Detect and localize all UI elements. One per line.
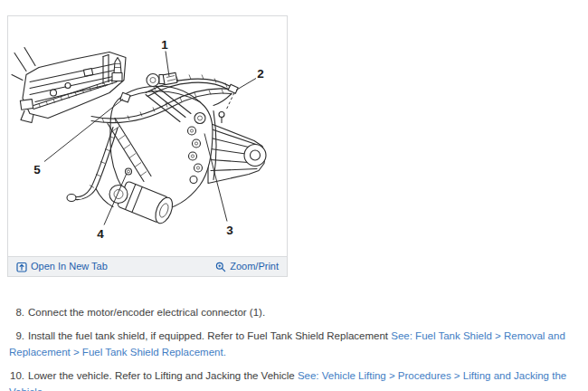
figure-viewer: 1 2 3 4 5 Open In New Tab: [7, 15, 288, 277]
step-item-8: 8.Connect the motor/encoder electrical c…: [9, 304, 581, 320]
transfer-case-diagram: 1 2 3 4 5: [8, 16, 287, 256]
step-number: 9.: [9, 328, 24, 344]
callout-label-2: 2: [257, 67, 264, 81]
output-cone-art: [208, 112, 266, 184]
zoom-print-link[interactable]: Zoom/Print: [215, 262, 279, 272]
callout-label-5: 5: [33, 163, 41, 176]
callout-label-1: 1: [161, 38, 168, 52]
step-text: Install the fuel tank shield, if equippe…: [28, 330, 391, 341]
callout-label-4: 4: [97, 227, 104, 241]
figure-footer: Open In New Tab Zoom/Print: [8, 256, 287, 276]
step-text: Connect the motor/encoder electrical con…: [28, 307, 265, 318]
callout-label-3: 3: [226, 224, 233, 237]
open-in-new-tab-link[interactable]: Open In New Tab: [16, 262, 108, 272]
instruction-steps: 8.Connect the motor/encoder electrical c…: [9, 304, 581, 391]
step-text: Lower the vehicle. Refer to Lifting and …: [28, 370, 298, 381]
open-in-new-tab-icon: [16, 262, 27, 272]
step-number: 8.: [9, 304, 24, 320]
zoom-icon: [215, 262, 226, 272]
case-art: [108, 86, 216, 225]
open-in-new-tab-label: Open In New Tab: [31, 262, 108, 272]
step-item-9: 9.Install the fuel tank shield, if equip…: [9, 328, 581, 360]
step-item-10: 10.Lower the vehicle. Refer to Lifting a…: [9, 367, 581, 391]
zoom-print-label: Zoom/Print: [230, 262, 279, 272]
figure-canvas: 1 2 3 4 5: [8, 16, 287, 256]
step-number: 10.: [9, 367, 24, 384]
